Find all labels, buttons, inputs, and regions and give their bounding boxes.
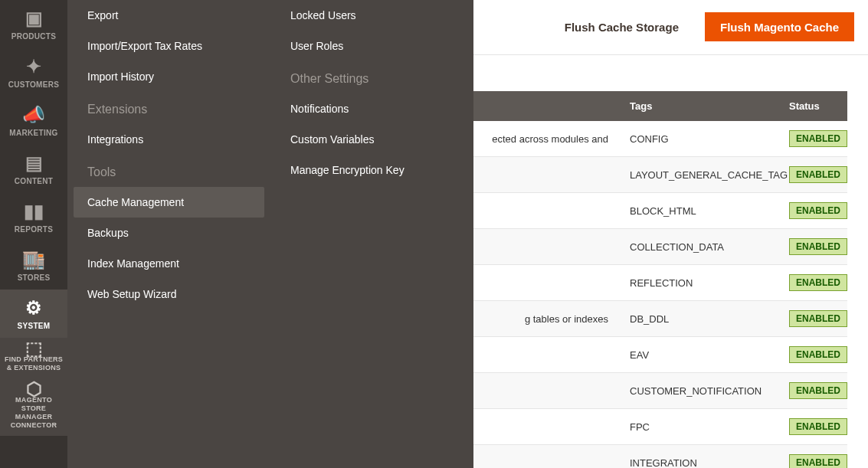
storefront-icon: 🏬 — [22, 249, 45, 270]
cubes-icon: ⬚ — [25, 344, 43, 352]
layout-icon: ▤ — [25, 152, 43, 174]
cell-tags: BLOCK_HTML — [619, 193, 778, 229]
status-badge: ENABLED — [789, 274, 847, 291]
status-badge: ENABLED — [789, 454, 847, 468]
bars-icon: ▮▮ — [24, 201, 44, 222]
cell-status: ENABLED — [778, 265, 847, 301]
cell-tags: EAV — [619, 337, 778, 373]
rail-stores[interactable]: 🏬STORES — [0, 241, 67, 290]
rail-system-label: SYSTEM — [18, 322, 51, 330]
page-actions: Flush Cache Storage Flush Magento Cache — [549, 12, 854, 41]
system-flyout: ExportImport/Export Tax RatesImport Hist… — [67, 0, 473, 468]
rail-customers[interactable]: ✦CUSTOMERS — [0, 48, 67, 97]
cell-tags: REFLECTION — [619, 265, 778, 301]
rail-stores-label: STORES — [18, 273, 51, 282]
group-tools: Tools — [67, 155, 270, 187]
menu-item-backups[interactable]: Backups — [67, 218, 270, 248]
cell-status: ENABLED — [778, 373, 847, 409]
menu-item-locked-users[interactable]: Locked Users — [270, 0, 473, 31]
cell-tags: DB_DDL — [619, 301, 778, 337]
col-header-status: Status — [778, 91, 847, 121]
person-icon: ✦ — [26, 56, 41, 77]
megaphone-icon: 📣 — [22, 104, 45, 126]
admin-rail: ▣PRODUCTS ✦CUSTOMERS 📣MARKETING ▤CONTENT… — [0, 0, 67, 468]
menu-item-import-history[interactable]: Import History — [67, 61, 270, 92]
menu-item-export[interactable]: Export — [67, 0, 270, 31]
cell-status: ENABLED — [778, 157, 847, 193]
status-badge: ENABLED — [789, 202, 847, 219]
rail-connector[interactable]: ⬡MAGENTO STORE MANAGER CONNECTOR — [0, 378, 67, 436]
rail-customers-label: CUSTOMERS — [8, 80, 59, 89]
menu-item-web-setup-wizard[interactable]: Web Setup Wizard — [67, 279, 270, 309]
status-badge: ENABLED — [789, 310, 847, 327]
menu-item-manage-encryption-key[interactable]: Manage Encryption Key — [270, 155, 473, 185]
flush-cache-storage-button[interactable]: Flush Cache Storage — [549, 12, 694, 41]
rail-products[interactable]: ▣PRODUCTS — [0, 0, 67, 48]
cell-status: ENABLED — [778, 337, 847, 373]
rail-connector-label: MAGENTO STORE MANAGER CONNECTOR — [3, 396, 64, 430]
flush-magento-cache-button[interactable]: Flush Magento Cache — [705, 12, 854, 41]
group-other-settings: Other Settings — [270, 61, 473, 93]
rail-partners[interactable]: ⬚FIND PARTNERS & EXTENSIONS — [0, 338, 67, 378]
menu-item-index-management[interactable]: Index Management — [67, 248, 270, 279]
cell-tags: CONFIG — [619, 121, 778, 157]
rail-marketing-label: MARKETING — [9, 129, 57, 137]
hexagon-icon: ⬡ — [26, 385, 42, 393]
rail-content-label: CONTENT — [15, 177, 53, 185]
status-badge: ENABLED — [789, 418, 847, 435]
rail-products-label: PRODUCTS — [11, 32, 57, 41]
box-icon: ▣ — [25, 8, 43, 29]
cell-tags: COLLECTION_DATA — [619, 229, 778, 265]
menu-item-integrations[interactable]: Integrations — [67, 124, 270, 155]
menu-item-notifications[interactable]: Notifications — [270, 93, 473, 124]
rail-reports-label: REPORTS — [15, 225, 53, 234]
menu-item-import-export-tax-rates[interactable]: Import/Export Tax Rates — [67, 31, 270, 61]
col-header-tags: Tags — [619, 91, 778, 121]
cell-status: ENABLED — [778, 121, 847, 157]
status-badge: ENABLED — [789, 382, 847, 399]
gear-icon: ⚙ — [25, 297, 42, 319]
cell-tags: CUSTOMER_NOTIFICATION — [619, 373, 778, 409]
status-badge: ENABLED — [789, 130, 847, 147]
status-badge: ENABLED — [789, 238, 847, 255]
rail-partners-label: FIND PARTNERS & EXTENSIONS — [3, 355, 64, 372]
status-badge: ENABLED — [789, 166, 847, 183]
cell-tags: FPC — [619, 409, 778, 445]
rail-content[interactable]: ▤CONTENT — [0, 145, 67, 193]
menu-item-custom-variables[interactable]: Custom Variables — [270, 124, 473, 155]
rail-marketing[interactable]: 📣MARKETING — [0, 97, 67, 145]
cell-tags: LAYOUT_GENERAL_CACHE_TAG — [619, 157, 778, 193]
cell-status: ENABLED — [778, 409, 847, 445]
cell-status: ENABLED — [778, 229, 847, 265]
rail-reports[interactable]: ▮▮REPORTS — [0, 193, 67, 241]
group-extensions: Extensions — [67, 92, 270, 124]
status-badge: ENABLED — [789, 346, 847, 363]
menu-item-user-roles[interactable]: User Roles — [270, 31, 473, 61]
menu-item-cache-management[interactable]: Cache Management — [74, 187, 264, 218]
rail-system[interactable]: ⚙SYSTEM — [0, 290, 67, 338]
cell-status: ENABLED — [778, 445, 847, 469]
cell-status: ENABLED — [778, 193, 847, 229]
cell-status: ENABLED — [778, 301, 847, 337]
cell-tags: INTEGRATION — [619, 445, 778, 469]
